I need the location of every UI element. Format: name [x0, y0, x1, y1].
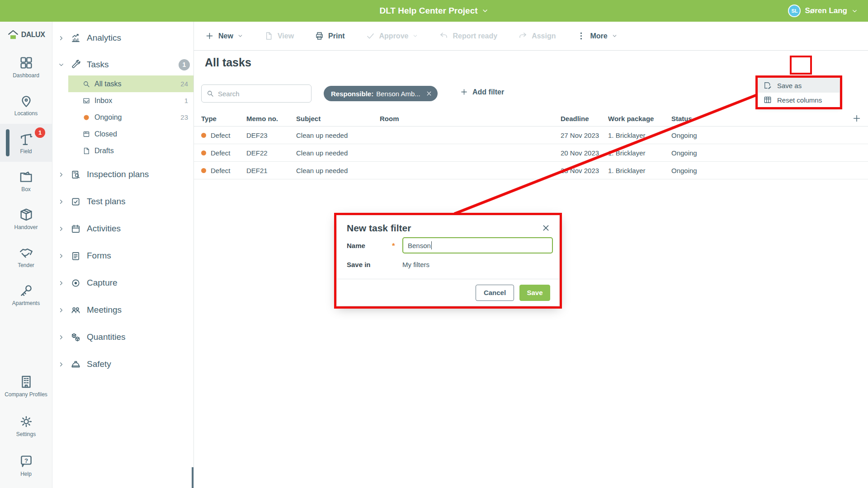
remove-filter-icon[interactable] [426, 90, 432, 97]
archive-box-icon [82, 130, 90, 138]
more-button[interactable]: More [576, 31, 617, 41]
rail-item-box[interactable]: Box [0, 162, 52, 200]
table-header-row: Type Memo no. Subject Room Deadline Work… [194, 111, 868, 127]
chevron-down-icon [612, 33, 618, 39]
chevron-right-icon [58, 253, 65, 259]
search-input[interactable] [218, 90, 299, 98]
sidebar-item-closed[interactable]: Closed [52, 126, 193, 142]
col-header-memo[interactable]: Memo no. [246, 115, 296, 122]
sidebar-item-test-plans[interactable]: Test plans [52, 191, 193, 212]
dialog-name-row: Name * Benson [347, 242, 569, 250]
col-header-subject[interactable]: Subject [296, 115, 380, 122]
dalux-logo: DALUX [0, 22, 52, 48]
rail-item-company-profiles[interactable]: Company Profiles [0, 366, 52, 406]
close-icon[interactable] [542, 224, 550, 232]
reply-arrow-icon [439, 31, 448, 41]
cubes-icon [71, 332, 81, 343]
sidebar-item-drafts[interactable]: Drafts [52, 142, 193, 159]
sidebar-item-safety[interactable]: Safety [52, 353, 193, 375]
new-task-filter-dialog: New task filter Name * Benson Save in My… [337, 216, 559, 306]
avatar: SL [788, 5, 801, 17]
search-box [201, 84, 311, 103]
menu-item-save-as[interactable]: Save as [758, 78, 840, 93]
forward-arrow-icon [518, 31, 528, 41]
rail-item-dashboard[interactable]: Dashboard [0, 48, 52, 86]
table-row[interactable]: Defect DEF21 Clean up needed 23 Nov 2023… [194, 162, 868, 179]
rail-item-field[interactable]: Field 1 [0, 124, 52, 162]
package-box-icon [19, 207, 34, 222]
chevron-right-icon [58, 225, 65, 232]
dashboard-grid-icon [19, 55, 34, 70]
project-switcher[interactable]: DLT Help Center Project [379, 6, 488, 16]
approve-button[interactable]: Approve [366, 31, 419, 41]
print-button[interactable]: Print [315, 31, 344, 41]
page-title: All tasks [205, 56, 251, 69]
col-header-work-package[interactable]: Work package [608, 115, 671, 122]
sidebar-item-meetings[interactable]: Meetings [52, 299, 193, 321]
chevron-down-icon [481, 7, 489, 14]
sidebar-item-forms[interactable]: Forms [52, 245, 193, 267]
filter-chip-responsible[interactable]: Responsible: Benson Amb... [324, 86, 438, 101]
defect-dot-icon [201, 168, 206, 173]
sidebar-item-analytics[interactable]: Analytics [52, 27, 193, 49]
table-row[interactable]: Defect DEF22 Clean up needed 20 Nov 2023… [194, 144, 868, 162]
sidebar-item-ongoing[interactable]: Ongoing 23 [52, 109, 193, 126]
sidebar: Analytics Tasks 1 All tasks 24 Inbox 1 O… [52, 22, 194, 488]
rail-item-handover[interactable]: Handover [0, 200, 52, 238]
sidebar-item-activities[interactable]: Activities [52, 218, 193, 239]
check-icon [366, 31, 375, 41]
user-menu[interactable]: SL Søren Lang [788, 0, 858, 22]
rail-item-settings[interactable]: Settings [0, 406, 52, 446]
col-header-status[interactable]: Status [671, 115, 868, 122]
chevron-right-icon [58, 307, 65, 314]
search-icon [206, 89, 214, 98]
save-button[interactable]: Save [519, 285, 550, 301]
tasks-table: Type Memo no. Subject Room Deadline Work… [194, 111, 868, 179]
people-icon [71, 305, 81, 315]
report-ready-button[interactable]: Report ready [439, 31, 497, 41]
required-asterisk: * [392, 242, 395, 251]
sidebar-item-inbox[interactable]: Inbox 1 [52, 92, 193, 109]
ongoing-status-dot-icon [82, 113, 90, 122]
chevron-down-icon [237, 33, 243, 39]
folder-icon [19, 169, 34, 184]
handshake-icon [19, 245, 34, 260]
rail-item-help[interactable]: ? Help [0, 446, 52, 485]
view-button[interactable]: View [264, 31, 294, 41]
defect-dot-icon [201, 133, 206, 138]
draft-document-icon [82, 147, 90, 155]
add-column-icon[interactable] [852, 113, 862, 123]
help-bubble-icon: ? [19, 454, 34, 469]
col-header-type[interactable]: Type [201, 115, 246, 122]
dialog-footer: Cancel Save [337, 279, 559, 306]
sidebar-item-inspection-plans[interactable]: Inspection plans [52, 164, 193, 185]
sidebar-item-all-tasks[interactable]: All tasks 24 [68, 75, 193, 92]
rail-item-tender[interactable]: Tender [0, 238, 52, 276]
rail-item-locations[interactable]: Locations [0, 86, 52, 124]
toolbar: New View Print Approve Report ready Assi… [194, 22, 868, 51]
key-icon [19, 283, 34, 298]
chevron-right-icon [58, 198, 65, 205]
inbox-count: 1 [184, 97, 188, 104]
sidebar-item-capture[interactable]: Capture [52, 272, 193, 294]
add-filter-button[interactable]: Add filter [460, 88, 504, 96]
sidebar-scrollbar[interactable] [192, 467, 193, 488]
all-tasks-count: 24 [180, 80, 188, 88]
chevron-right-icon [58, 334, 65, 341]
dialog-title: New task filter [347, 223, 411, 234]
assign-button[interactable]: Assign [518, 31, 556, 41]
sidebar-item-quantities[interactable]: Quantities [52, 326, 193, 348]
plus-icon [460, 88, 468, 96]
wrench-icon [71, 60, 81, 70]
sidebar-item-tasks[interactable]: Tasks 1 [52, 54, 193, 75]
new-button[interactable]: New [205, 31, 243, 41]
filter-name-input[interactable]: Benson [402, 237, 553, 253]
col-header-room[interactable]: Room [380, 115, 561, 122]
rail-bottom-group: Company Profiles Settings ? Help [0, 366, 52, 488]
capture-record-icon [71, 278, 81, 288]
menu-item-reset-columns[interactable]: Reset columns [758, 93, 840, 107]
rail-item-apartments[interactable]: Apartments [0, 276, 52, 314]
col-header-deadline[interactable]: Deadline [561, 115, 608, 122]
table-row[interactable]: Defect DEF23 Clean up needed 27 Nov 2023… [194, 127, 868, 144]
cancel-button[interactable]: Cancel [476, 285, 514, 301]
